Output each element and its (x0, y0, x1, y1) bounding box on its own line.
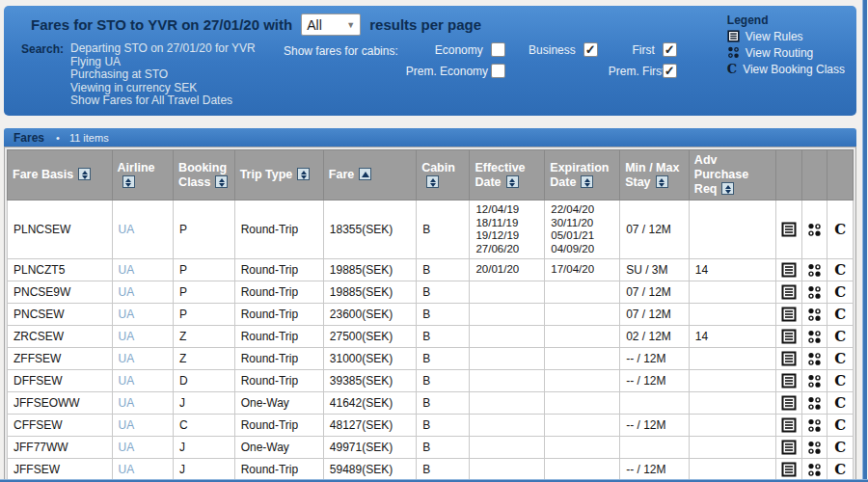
view-rules-button[interactable] (781, 395, 797, 411)
prem-first-checkbox[interactable]: ✓ (663, 64, 677, 78)
sort-button[interactable] (506, 175, 519, 188)
view-routing-button[interactable] (807, 285, 822, 300)
cell-fare-basis: PNCSE9W (8, 281, 113, 304)
view-rules-button[interactable] (781, 222, 797, 237)
view-booking-class-button[interactable]: C (834, 441, 846, 455)
view-routing-button[interactable] (807, 330, 822, 344)
cell-action (801, 259, 827, 281)
airline-link[interactable]: UA (119, 418, 135, 432)
cell-trip-type: Round-Trip (234, 348, 323, 370)
view-routing-button[interactable] (807, 223, 822, 237)
economy-checkbox[interactable] (491, 42, 505, 57)
sort-button[interactable] (426, 175, 439, 188)
view-routing-button[interactable] (807, 441, 822, 455)
cell-fare: 23600(SEK) (323, 304, 416, 326)
airline-link[interactable]: UA (119, 396, 135, 410)
sort-button[interactable] (297, 168, 310, 180)
airline-link[interactable]: UA (119, 352, 135, 365)
view-booking-class-button[interactable]: C (834, 263, 846, 278)
prem-economy-checkbox[interactable] (491, 64, 505, 78)
cell-min-max-stay: -- / 12M (620, 370, 690, 392)
view-rules-button[interactable] (781, 307, 797, 322)
cell-expiration-date (545, 326, 620, 348)
cell-fare-basis: CFFSEW (8, 415, 113, 437)
fare-row: PNCSEWUAPRound-Trip23600(SEK)B07 / 12MC (8, 304, 854, 326)
airline-link[interactable]: UA (119, 441, 135, 454)
view-routing-button[interactable] (807, 463, 822, 477)
first-checkbox[interactable]: ✓ (663, 42, 677, 57)
cell-action: C (827, 437, 854, 459)
view-booking-class-button[interactable]: C (834, 374, 846, 388)
view-booking-class-button[interactable]: C (834, 396, 846, 411)
view-rules-button[interactable] (781, 351, 797, 366)
view-rules-button[interactable] (781, 440, 797, 455)
airline-link[interactable]: UA (119, 463, 135, 476)
airline-link[interactable]: UA (119, 308, 135, 321)
airline-link[interactable]: UA (119, 263, 135, 277)
cell-effective-date (470, 392, 545, 415)
cell-airline: UA (112, 415, 174, 437)
search-line: Purchasing at STO (70, 68, 256, 82)
view-rules-button[interactable] (781, 462, 797, 477)
sort-button[interactable] (215, 175, 228, 188)
view-routing-button[interactable] (807, 418, 822, 433)
airline-link[interactable]: UA (119, 374, 135, 388)
results-per-page-select[interactable]: All ▼ (301, 13, 361, 36)
cell-fare: 39385(SEK) (323, 370, 416, 392)
cell-effective-date (470, 304, 545, 326)
cell-airline: UA (112, 201, 174, 259)
cell-cabin: B (417, 415, 470, 437)
cell-booking-class: J (174, 437, 235, 459)
fare-row: JFF77WWUAJOne-Way49971(SEK)BC (8, 437, 854, 459)
view-routing-button[interactable] (807, 396, 822, 411)
legend-title: Legend (727, 13, 845, 27)
view-booking-class-button[interactable]: C (834, 223, 846, 237)
cell-action (801, 304, 827, 326)
view-routing-button[interactable] (807, 308, 822, 322)
cell-action: C (827, 201, 854, 259)
legend-item-view-booking-class: C View Booking Class (727, 61, 845, 77)
view-rules-button[interactable] (781, 329, 797, 344)
view-rules-button[interactable] (781, 373, 797, 388)
cell-action (801, 415, 827, 437)
cell-fare: 18355(SEK) (323, 201, 416, 259)
view-booking-class-button[interactable]: C (834, 285, 846, 300)
view-routing-button[interactable] (807, 374, 822, 388)
airline-link[interactable]: UA (119, 330, 135, 343)
col-header-cabin: Cabin (417, 150, 470, 201)
view-rules-button[interactable] (781, 262, 797, 278)
view-booking-class-button[interactable]: C (834, 463, 846, 477)
sort-button[interactable] (656, 175, 668, 188)
sort-button[interactable] (122, 175, 135, 188)
view-booking-class-button[interactable]: C (834, 330, 846, 344)
cell-effective-date (470, 437, 545, 459)
sort-button-active[interactable] (359, 168, 371, 180)
view-booking-class-button[interactable]: C (834, 308, 846, 322)
cell-cabin: B (417, 259, 470, 281)
cell-expiration-date (545, 304, 620, 326)
col-header-rules (776, 150, 802, 201)
cell-action (776, 304, 802, 326)
view-booking-class-button[interactable]: C (834, 352, 846, 366)
sort-button[interactable] (581, 175, 593, 188)
airline-link[interactable]: UA (119, 223, 135, 236)
view-booking-class-button[interactable]: C (834, 418, 846, 433)
col-header-expiration-date: Expiration Date (545, 150, 620, 201)
search-line: Viewing in currency SEK (70, 82, 256, 95)
airline-link[interactable]: UA (119, 285, 135, 299)
cell-effective-date: 20/01/20 (470, 259, 545, 281)
search-line: Show Fares for All Travel Dates (70, 94, 256, 108)
col-header-routing (801, 150, 827, 201)
sort-button[interactable] (78, 168, 91, 180)
business-checkbox[interactable]: ✓ (583, 42, 598, 57)
sort-button[interactable] (721, 182, 734, 195)
cell-min-max-stay: 07 / 12M (620, 304, 690, 326)
view-rules-button[interactable] (781, 417, 797, 433)
view-booking-class-icon: C (727, 63, 737, 75)
cell-trip-type: Round-Trip (234, 259, 323, 281)
view-routing-button[interactable] (807, 263, 822, 278)
cell-airline: UA (112, 304, 174, 326)
view-rules-button[interactable] (781, 284, 797, 300)
view-routing-button[interactable] (807, 352, 822, 366)
fares-section-bar: Fares • 11 items (4, 128, 856, 147)
